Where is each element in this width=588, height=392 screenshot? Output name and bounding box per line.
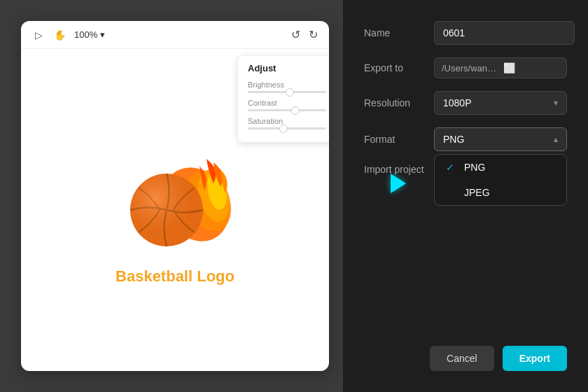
saturation-row: Saturation [248, 117, 326, 130]
brightness-row: Brightness [248, 80, 326, 93]
jpeg-label: JPEG [464, 187, 490, 198]
name-field-row: Name [364, 21, 567, 45]
brightness-slider[interactable] [248, 91, 326, 93]
zoom-control[interactable]: 100% ▾ [74, 29, 105, 40]
action-buttons: Cancel Export [430, 346, 567, 371]
contrast-thumb[interactable] [291, 106, 300, 115]
resolution-value: 1080P [443, 97, 471, 108]
export-to-field-row: Export to /Users/wangxingguo/... ⬜ [364, 57, 567, 78]
screen: ▷ ✋ 100% ▾ ↺ ↻ Adjust Brightness [0, 0, 588, 392]
undo-button[interactable]: ↺ [291, 28, 300, 41]
toolbar: ▷ ✋ 100% ▾ ↺ ↻ [21, 21, 329, 49]
hand-tool-icon[interactable]: ✋ [53, 29, 66, 41]
format-select-wrapper: PNG ▴ ✓ PNG ✓ JPEG [434, 127, 567, 151]
format-chevron-icon: ▴ [554, 134, 558, 144]
saturation-slider[interactable] [248, 127, 326, 130]
folder-icon[interactable]: ⬜ [503, 62, 559, 74]
logo-title-text: Basketball Logo [115, 267, 234, 286]
contrast-label: Contrast [248, 99, 326, 107]
name-label: Name [364, 27, 434, 38]
contrast-row: Contrast [248, 99, 326, 111]
contrast-slider[interactable] [248, 109, 326, 111]
logo-area: Basketball Logo [105, 49, 245, 371]
cursor-arrow-icon [391, 174, 406, 193]
adjust-title: Adjust [248, 63, 326, 74]
resolution-select[interactable]: 1080P ▾ [434, 91, 567, 115]
saturation-label: Saturation [248, 117, 326, 125]
cancel-button[interactable]: Cancel [430, 346, 494, 371]
resolution-select-wrapper: 1080P ▾ [434, 91, 567, 115]
basketball-logo-image [105, 120, 245, 260]
brightness-thumb[interactable] [286, 88, 294, 97]
saturation-thumb[interactable] [279, 125, 288, 133]
redo-button[interactable]: ↻ [309, 28, 318, 41]
png-label: PNG [464, 162, 485, 173]
format-option-jpeg[interactable]: ✓ JPEG [435, 180, 566, 205]
export-to-path[interactable]: /Users/wangxingguo/... ⬜ [434, 57, 567, 78]
export-to-label: Export to [364, 62, 434, 74]
format-option-png[interactable]: ✓ PNG [435, 155, 566, 180]
resolution-chevron-icon: ▾ [554, 98, 558, 108]
resolution-field-row: Resolution 1080P ▾ [364, 91, 567, 115]
svg-point-5 [130, 174, 203, 246]
zoom-chevron-icon: ▾ [100, 29, 105, 40]
format-value: PNG [443, 134, 464, 145]
cursor-tool-icon[interactable]: ▷ [32, 29, 45, 41]
format-field-row: Format PNG ▴ ✓ PNG ✓ JPEG [364, 127, 567, 151]
export-path-text: /Users/wangxingguo/... [442, 63, 498, 74]
format-select[interactable]: PNG ▴ [434, 127, 567, 151]
format-dropdown: ✓ PNG ✓ JPEG [434, 154, 567, 206]
canvas-area: ▷ ✋ 100% ▾ ↺ ↻ Adjust Brightness [0, 0, 343, 392]
canvas-window: ▷ ✋ 100% ▾ ↺ ↻ Adjust Brightness [21, 21, 329, 371]
export-button[interactable]: Export [503, 346, 567, 371]
png-check-icon: ✓ [446, 162, 457, 173]
adjust-panel: Adjust Brightness Contrast Saturation [238, 56, 329, 142]
format-label: Format [364, 134, 434, 145]
zoom-value: 100% [74, 29, 97, 40]
resolution-label: Resolution [364, 97, 434, 108]
right-panel: Name Export to /Users/wangxingguo/... ⬜ … [343, 0, 588, 392]
name-input[interactable] [434, 21, 575, 45]
